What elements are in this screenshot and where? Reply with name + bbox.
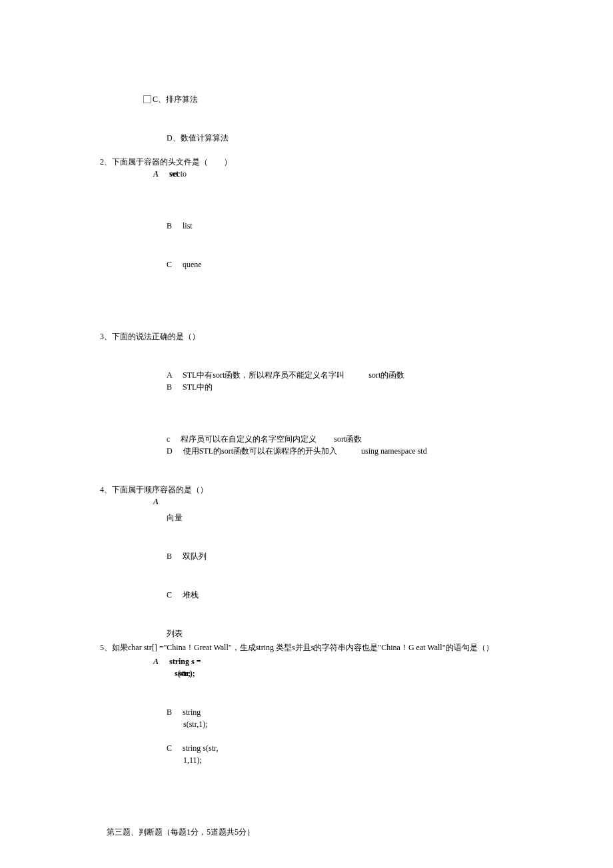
q4-option-a: A xyxy=(153,496,613,508)
q2-stem: 2、下面属于容器的头文件是（ ） xyxy=(100,156,613,168)
q3-option-c: c 程序员可以在自定义的名字空间内定义 sort函数 xyxy=(167,433,613,445)
q3-option-a: A STL中有sort函数，所以程序员不能定义名字叫 sort的函数 xyxy=(167,369,613,381)
q5-option-c-line2: 1,11); xyxy=(183,754,613,766)
q3-optB-label: B xyxy=(167,382,172,392)
q4-optB-text: 双队列 xyxy=(183,552,207,561)
q3-optA-text2: sort的函数 xyxy=(368,370,404,380)
q4-option-b: B 双队列 xyxy=(167,550,613,562)
q4-optA-line2-text: 向量 xyxy=(167,513,183,522)
q1-optD-text: D、数值计算算法 xyxy=(167,133,229,143)
q2-optB-text: list xyxy=(183,221,193,230)
document-page: C、排序算法 D、数值计算算法 2、下面属于容器的头文件是（ ） A setve… xyxy=(0,0,613,868)
section3-title-text: 第三题、判断题（每题1分，5道题共5分） xyxy=(107,827,255,837)
q3-stem: 3、下面的说法正确的是（） xyxy=(100,330,613,342)
q5-optB-label: B xyxy=(167,707,172,717)
q2-option-c: C quene xyxy=(167,258,613,270)
q1-optC-text: C、排序算法 xyxy=(153,95,198,104)
q2-optC-label: C xyxy=(167,260,172,269)
q5-optC-label: C xyxy=(167,743,172,753)
q3-optA-label: A xyxy=(167,370,172,380)
q5-optB-line1: string xyxy=(183,707,201,717)
q2-optC-text: quene xyxy=(183,260,202,269)
q4-stem-text: 4、下面属于顺序容器的是（） xyxy=(100,485,208,494)
q3-stem-text: 3、下面的说法正确的是（） xyxy=(100,332,200,341)
q5-option-a: A string s = xyxy=(153,655,613,667)
checkbox-placeholder xyxy=(143,95,151,103)
q5-optC-line1: string s(str, xyxy=(183,743,219,753)
q3-option-d: D 使用STL的sort函数可以在源程序的开头加入 using namespac… xyxy=(167,445,613,457)
q4-option-c: C 堆栈 xyxy=(167,589,613,601)
q4-optC-label: C xyxy=(167,590,172,600)
q3-optc-text2: sort函数 xyxy=(334,434,362,444)
section3-title: 第三题、判断题（每题1分，5道题共5分） xyxy=(107,826,613,838)
q5-stem-text: 5、如果char str[] ="China！Great Wall"，生成str… xyxy=(100,643,494,652)
q4-stem: 4、下面属于顺序容器的是（） xyxy=(100,484,613,496)
q4-optB-label: B xyxy=(167,552,172,561)
q4-optC-text: 堆栈 xyxy=(183,590,199,600)
q3-optD-text2: using namespace std xyxy=(361,446,427,456)
q5-stem: 5、如果char str[] ="China！Great Wall"，生成str… xyxy=(100,640,613,655)
q3-optD-text1: 使用STL的sort函数可以在源程序的开头加入 xyxy=(183,446,337,456)
q3-optc-label: c xyxy=(167,434,170,444)
q2-option-a: A setvecto xyxy=(153,168,613,180)
q5-optA-label: A xyxy=(153,657,159,666)
q5-optA-line1: string s = xyxy=(169,657,201,666)
q3-optB-text: STL中的 xyxy=(183,382,213,392)
q4-option-d: 列表 xyxy=(167,628,613,640)
q4-optA-label: A xyxy=(153,497,159,506)
q5-option-b: B string xyxy=(167,706,613,718)
q4-optD-text: 列表 xyxy=(167,629,183,638)
q5-option-b-line2: s(str,1); xyxy=(183,718,613,730)
q3-optA-text1: STL中有sort函数，所以程序员不能定义名字叫 xyxy=(183,370,344,380)
q5-optA-line2b: str; xyxy=(179,667,191,679)
q2-option-b: B list xyxy=(167,220,613,232)
q1-option-c: C、排序算法 xyxy=(143,93,613,105)
q2-stem-text: 2、下面属于容器的头文件是（ ） xyxy=(100,157,232,167)
q5-option-a-line2: s(str); str; xyxy=(175,667,613,679)
q3-optD-label: D xyxy=(167,446,173,456)
q2-optA-text: vecto xyxy=(169,168,187,180)
q5-optB-line2-text: s(str,1); xyxy=(183,719,208,729)
q2-optA-label: A xyxy=(153,169,159,179)
q4-option-a-line2: 向量 xyxy=(167,512,613,524)
q3-option-b: B STL中的 xyxy=(167,381,613,393)
q3-optc-text1: 程序员可以在自定义的名字空间内定义 xyxy=(181,434,316,444)
q5-optC-line2-text: 1,11); xyxy=(183,755,202,765)
q2-optB-label: B xyxy=(167,221,172,230)
q1-option-d: D、数值计算算法 xyxy=(167,132,613,144)
q5-option-c: C string s(str, xyxy=(167,742,613,754)
